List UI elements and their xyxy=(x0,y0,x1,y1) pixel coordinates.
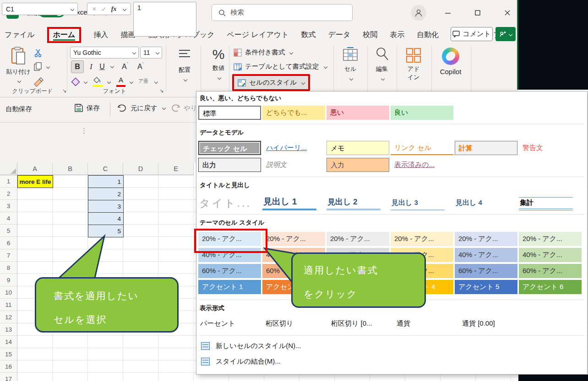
font-dialog-launcher-icon[interactable]: ↘ xyxy=(159,88,163,94)
row-header[interactable]: 13 xyxy=(0,323,17,336)
style-20-accent3[interactable]: 20% - アク... xyxy=(327,232,389,246)
search-input[interactable]: 検索 xyxy=(212,4,353,21)
style-40-accent5[interactable]: 40% - アク... xyxy=(455,248,517,262)
style-comma-0[interactable]: 桁区切り [0... xyxy=(329,317,393,330)
style-check-cell[interactable]: チェック セル xyxy=(198,141,261,155)
style-currency[interactable]: 通貨 xyxy=(395,317,459,330)
style-percent[interactable]: パーセント xyxy=(198,317,262,330)
tab-file[interactable]: ファイル xyxy=(5,30,35,40)
font-color-button[interactable]: A xyxy=(115,76,126,88)
insert-function-button[interactable]: fx xyxy=(111,5,117,13)
italic-button[interactable]: I xyxy=(86,60,96,73)
cell-c4[interactable]: 4 xyxy=(88,212,124,225)
column-header-c[interactable]: C xyxy=(88,163,123,175)
style-20-accent2[interactable]: 20% - アク... xyxy=(262,232,325,246)
style-40-accent6[interactable]: 40% - アク... xyxy=(519,248,582,262)
style-followed-hyperlink[interactable]: 表示済みの... xyxy=(391,158,453,172)
style-60-accent1[interactable]: 60% - アク... xyxy=(198,264,261,278)
minimize-button[interactable] xyxy=(439,5,457,20)
comments-button[interactable]: コメント xyxy=(451,27,493,41)
row-header[interactable]: 3 xyxy=(0,200,17,212)
column-header-d[interactable]: D xyxy=(123,163,158,175)
style-accent1[interactable]: アクセント 1 xyxy=(198,280,261,294)
cells-group-button[interactable]: セル xyxy=(337,46,364,81)
column-header-e[interactable]: E xyxy=(158,163,194,175)
column-header-a[interactable]: A xyxy=(17,163,53,175)
confirm-entry-button[interactable]: ✓ xyxy=(101,5,107,13)
row-header[interactable]: 17 xyxy=(0,373,17,381)
style-input[interactable]: 入力 xyxy=(327,158,389,172)
style-20-accent1[interactable]: 20% - アク... xyxy=(198,232,261,246)
cell-c5[interactable]: 5 xyxy=(88,225,124,237)
borders-button[interactable] xyxy=(71,76,82,88)
style-neutral[interactable]: どちらでも... xyxy=(262,106,325,120)
cell-c3[interactable]: 3 xyxy=(88,200,124,213)
style-accent6[interactable]: アクセント 6 xyxy=(519,280,582,294)
row-header[interactable]: 16 xyxy=(0,360,17,373)
tab-page-layout[interactable]: ページ レイアウト xyxy=(227,30,289,40)
name-box[interactable]: C1 xyxy=(2,3,78,15)
format-as-table-button[interactable]: テーブルとして書式設定 xyxy=(234,60,327,73)
alignment-group-button[interactable]: 配置 xyxy=(170,46,199,82)
editing-group-button[interactable]: 編集 xyxy=(370,46,394,81)
decrease-font-size-button[interactable]: Aˇ xyxy=(134,60,147,73)
style-comma[interactable]: 桁区切り xyxy=(264,317,328,330)
style-hyperlink[interactable]: ハイパーリ... xyxy=(262,141,325,155)
close-button[interactable] xyxy=(498,5,517,20)
row-header[interactable]: 15 xyxy=(0,348,17,360)
cell-a1[interactable]: more E life xyxy=(17,175,53,188)
style-20-accent5[interactable]: 20% - アク... xyxy=(455,232,517,246)
row-header[interactable]: 4 xyxy=(0,212,17,225)
bold-button[interactable]: B xyxy=(71,60,84,73)
clipboard-dialog-launcher-icon[interactable]: ↘ xyxy=(62,88,66,94)
account-avatar[interactable] xyxy=(411,5,426,21)
cell-c2[interactable]: 2 xyxy=(88,188,124,200)
column-header-b[interactable]: B xyxy=(53,163,88,175)
style-heading-3[interactable]: 見出し 3 xyxy=(391,193,455,210)
cut-button[interactable] xyxy=(34,48,43,59)
style-60-accent5[interactable]: 60% - アク... xyxy=(455,264,517,278)
style-title[interactable]: タイト... xyxy=(198,193,262,210)
tab-data[interactable]: データ xyxy=(328,30,351,40)
tab-home[interactable]: ホーム xyxy=(47,27,82,43)
style-linked-cell[interactable]: リンク セル xyxy=(391,141,453,155)
tab-formulas[interactable]: 数式 xyxy=(301,30,316,40)
namebox-splitter-icon[interactable]: ⋮ xyxy=(81,127,87,135)
style-explanatory-text[interactable]: 説明文 xyxy=(262,158,325,172)
row-header[interactable]: 6 xyxy=(0,237,17,249)
tab-view[interactable]: 表示 xyxy=(390,30,404,40)
formula-input[interactable]: 1 xyxy=(133,2,196,37)
copy-button[interactable] xyxy=(33,62,43,73)
row-header[interactable]: 8 xyxy=(0,262,17,274)
cell-c1[interactable]: 1 xyxy=(88,175,124,188)
conditional-formatting-button[interactable]: 条件付き書式 xyxy=(234,46,293,59)
row-header[interactable]: 7 xyxy=(0,249,17,262)
style-normal[interactable]: 標準 xyxy=(198,106,261,120)
style-heading-1[interactable]: 見出し 1 xyxy=(262,193,327,210)
font-name-select[interactable]: Yu Gothic xyxy=(70,47,139,59)
maximize-button[interactable] xyxy=(468,5,487,20)
font-size-select[interactable]: 11 xyxy=(140,47,162,59)
save-button[interactable]: 保存 xyxy=(74,103,100,113)
style-warning-text[interactable]: 警告文 xyxy=(519,141,582,155)
style-note[interactable]: メモ xyxy=(327,141,389,155)
share-button[interactable] xyxy=(495,27,516,41)
row-header[interactable]: 9 xyxy=(0,274,17,286)
tab-insert[interactable]: 挿入 xyxy=(93,30,108,40)
style-bad[interactable]: 悪い xyxy=(327,106,389,120)
phonetic-guide-button[interactable]: ア亜 xyxy=(138,78,148,85)
addins-button[interactable]: アド イン xyxy=(399,46,428,81)
style-currency-0[interactable]: 通貨 [0.00] xyxy=(460,317,524,330)
style-heading-2[interactable]: 見出し 2 xyxy=(327,193,391,210)
row-header[interactable]: 2 xyxy=(0,188,17,200)
row-header[interactable]: 5 xyxy=(0,225,17,237)
style-20-accent6[interactable]: 20% - アク... xyxy=(519,232,582,246)
copilot-button[interactable]: Copilot xyxy=(434,46,467,75)
merge-styles-menu-item[interactable]: スタイルの結合(M)... xyxy=(201,354,281,368)
style-40-accent1[interactable]: 40% - アク... xyxy=(198,248,261,262)
underline-button[interactable]: U xyxy=(97,60,107,73)
paste-button[interactable]: 貼り付け xyxy=(5,46,31,88)
increase-font-size-button[interactable]: Aˆ xyxy=(118,60,132,73)
tab-review[interactable]: 校閲 xyxy=(363,30,377,40)
style-output[interactable]: 出力 xyxy=(198,158,261,172)
